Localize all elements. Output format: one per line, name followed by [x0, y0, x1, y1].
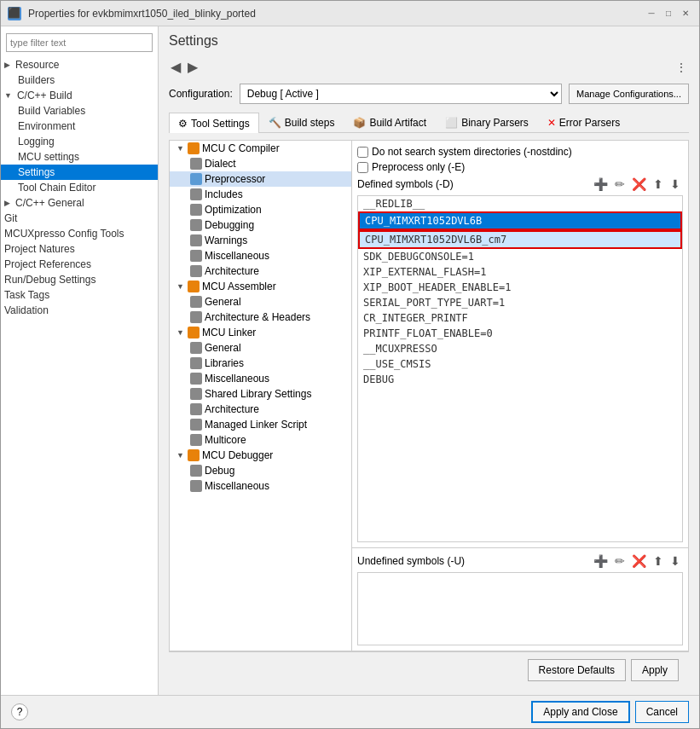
sidebar-item-project-natures[interactable]: Project Natures — [1, 241, 158, 257]
edit-defined-button[interactable]: ✏ — [612, 176, 628, 192]
tab-error-parsers-label: Error Parsers — [559, 117, 620, 129]
tool-tree-optimization[interactable]: Optimization — [170, 202, 351, 217]
sidebar-item-git[interactable]: Git — [1, 211, 158, 226]
sidebar-item-resource[interactable]: ▶ Resource — [1, 57, 158, 72]
sym-item-debug[interactable]: DEBUG — [358, 372, 682, 387]
nosystem-dirs-checkbox[interactable] — [357, 147, 368, 158]
menu-button[interactable]: ⋮ — [674, 59, 689, 76]
tool-tree-architecture-c[interactable]: Architecture — [170, 263, 351, 279]
restore-defaults-button[interactable]: Restore Defaults — [528, 659, 626, 681]
tab-binary-parsers[interactable]: ⬜ Binary Parsers — [436, 113, 538, 132]
tool-tree-misc-link[interactable]: Miscellaneous — [170, 371, 351, 386]
filter-input[interactable] — [6, 33, 153, 52]
apply-and-close-button[interactable]: Apply and Close — [531, 701, 629, 723]
preprocess-only-checkbox[interactable] — [357, 162, 368, 173]
tool-tree-general-link[interactable]: General — [170, 340, 351, 356]
tab-error-parsers[interactable]: ✕ Error Parsers — [538, 113, 629, 132]
sidebar-item-build-vars[interactable]: Build Variables — [1, 103, 158, 119]
sidebar-item-run-debug[interactable]: Run/Debug Settings — [1, 272, 158, 287]
sidebar-item-project-references[interactable]: Project References — [1, 257, 158, 272]
add-undefined-button[interactable]: ➕ — [591, 553, 610, 569]
sidebar-item-label: Environment — [18, 120, 75, 132]
back-button[interactable]: ◀ — [169, 57, 182, 77]
tool-tree-arch-link[interactable]: Architecture — [170, 402, 351, 417]
tool-tree-label: Debug — [205, 465, 234, 477]
sidebar-item-label: Project References — [4, 258, 91, 270]
tool-tree-includes[interactable]: Includes — [170, 187, 351, 202]
move-up-defined-button[interactable]: ⬆ — [651, 176, 666, 192]
sym-item-xip-flash[interactable]: XIP_EXTERNAL_FLASH=1 — [358, 264, 682, 280]
cancel-button[interactable]: Cancel — [635, 701, 689, 723]
tool-tree-preprocessor[interactable]: Preprocessor — [170, 171, 351, 187]
undefined-label: Undefined symbols (-U) — [357, 555, 465, 567]
tool-tree-managed-linker[interactable]: Managed Linker Script — [170, 417, 351, 432]
sidebar-item-mcu-settings[interactable]: MCU settings — [1, 149, 158, 165]
sym-item-cpu-mimxrt1-cm7[interactable]: CPU_MIMXRT1052DVL6B_cm7 — [358, 230, 682, 249]
sym-item-sdk-debug[interactable]: SDK_DEBUGCONSOLE=1 — [358, 249, 682, 264]
apply-button[interactable]: Apply — [631, 659, 679, 681]
tool-tree: ▼ MCU C Compiler Dialect Preprocessor — [169, 140, 352, 651]
manage-configurations-button[interactable]: Manage Configurations... — [569, 84, 689, 104]
tool-tree-mcu-assembler[interactable]: ▼ MCU Assembler — [170, 279, 351, 294]
tab-build-steps[interactable]: 🔨 Build steps — [259, 113, 344, 132]
tool-tree-general-asm[interactable]: General — [170, 294, 351, 310]
sidebar-item-tool-chain-editor[interactable]: Tool Chain Editor — [1, 180, 158, 195]
tool-tree-debugging[interactable]: Debugging — [170, 217, 351, 233]
sym-item-cr-integer[interactable]: CR_INTEGER_PRINTF — [358, 310, 682, 326]
arch-hdr-icon — [190, 311, 202, 323]
tool-tree-mcu-linker[interactable]: ▼ MCU Linker — [170, 325, 351, 340]
close-button[interactable]: ✕ — [679, 7, 692, 20]
move-up-undefined-button[interactable]: ⬆ — [651, 553, 666, 569]
config-select[interactable]: Debug [ Active ] — [240, 84, 562, 104]
tool-tree-debug[interactable]: Debug — [170, 463, 351, 478]
maximize-button[interactable]: □ — [662, 7, 675, 20]
tool-tree-mcu-c-compiler[interactable]: ▼ MCU C Compiler — [170, 141, 351, 156]
sidebar-item-validation[interactable]: Validation — [1, 303, 158, 318]
minimize-button[interactable]: ─ — [645, 7, 658, 20]
tool-tree-warnings[interactable]: Warnings — [170, 233, 351, 248]
sidebar-item-cpp-general[interactable]: ▶ C/C++ General — [1, 195, 158, 211]
sidebar-item-settings[interactable]: Settings — [1, 165, 158, 180]
tab-tool-settings[interactable]: ⚙ Tool Settings — [169, 113, 259, 133]
tool-tree-shared-lib[interactable]: Shared Library Settings — [170, 386, 351, 402]
tool-tree-arch-headers[interactable]: Architecture & Headers — [170, 310, 351, 325]
tool-tree-mcu-debugger[interactable]: ▼ MCU Debugger — [170, 448, 351, 463]
defined-symbols-list[interactable]: __REDLIB__ CPU_MIMXRT1052DVL6B CPU_MIMXR… — [357, 195, 683, 542]
tool-tree-libraries[interactable]: Libraries — [170, 356, 351, 371]
help-button[interactable]: ? — [11, 703, 28, 720]
mcu-link-arrow: ▼ — [176, 328, 185, 337]
forward-button[interactable]: ▶ — [186, 57, 200, 77]
undefined-symbol-actions: ➕ ✏ ❌ ⬆ ⬇ — [591, 553, 683, 569]
move-down-undefined-button[interactable]: ⬇ — [668, 553, 683, 569]
sym-item-use-cmsis[interactable]: __USE_CMSIS — [358, 356, 682, 372]
sidebar-item-label: Build Variables — [18, 105, 85, 117]
sym-item-cpu-mimxrt1[interactable]: CPU_MIMXRT1052DVL6B — [358, 211, 682, 230]
tool-tree-misc-dbg[interactable]: Miscellaneous — [170, 478, 351, 494]
sidebar-item-mcuxpresso-config[interactable]: MCUXpresso Config Tools — [1, 226, 158, 241]
move-down-defined-button[interactable]: ⬇ — [668, 176, 683, 192]
delete-undefined-button[interactable]: ❌ — [629, 553, 649, 569]
tab-build-artifact[interactable]: 📦 Build Artifact — [344, 113, 436, 132]
cpp-general-arrow: ▶ — [4, 199, 10, 207]
undefined-symbols-list[interactable] — [357, 572, 683, 645]
tab-build-steps-label: Build steps — [285, 117, 335, 129]
sidebar-item-label: Tool Chain Editor — [18, 182, 95, 194]
sym-item-xip-boot[interactable]: XIP_BOOT_HEADER_ENABLE=1 — [358, 280, 682, 295]
sidebar-item-logging[interactable]: Logging — [1, 134, 158, 149]
sym-item-serial-port[interactable]: SERIAL_PORT_TYPE_UART=1 — [358, 295, 682, 310]
tool-tree-multicore[interactable]: Multicore — [170, 432, 351, 448]
tool-tree-dialect[interactable]: Dialect — [170, 156, 351, 171]
sym-item-printf-float[interactable]: PRINTF_FLOAT_ENABLE=0 — [358, 326, 682, 341]
sym-item-mcuxpresso[interactable]: __MCUXPRESSO — [358, 341, 682, 356]
sidebar-item-label: MCU settings — [18, 151, 79, 163]
tool-tree-miscellaneous-c[interactable]: Miscellaneous — [170, 248, 351, 263]
delete-defined-button[interactable]: ❌ — [629, 176, 649, 192]
split-area: ▼ MCU C Compiler Dialect Preprocessor — [169, 140, 689, 651]
sidebar-item-environment[interactable]: Environment — [1, 119, 158, 134]
sidebar-item-cpp-build[interactable]: ▼ C/C++ Build — [1, 88, 158, 103]
sym-item-redlib[interactable]: __REDLIB__ — [358, 196, 682, 211]
sidebar-item-builders[interactable]: Builders — [1, 72, 158, 88]
edit-undefined-button[interactable]: ✏ — [612, 553, 628, 569]
add-defined-button[interactable]: ➕ — [591, 176, 610, 192]
sidebar-item-task-tags[interactable]: Task Tags — [1, 287, 158, 303]
